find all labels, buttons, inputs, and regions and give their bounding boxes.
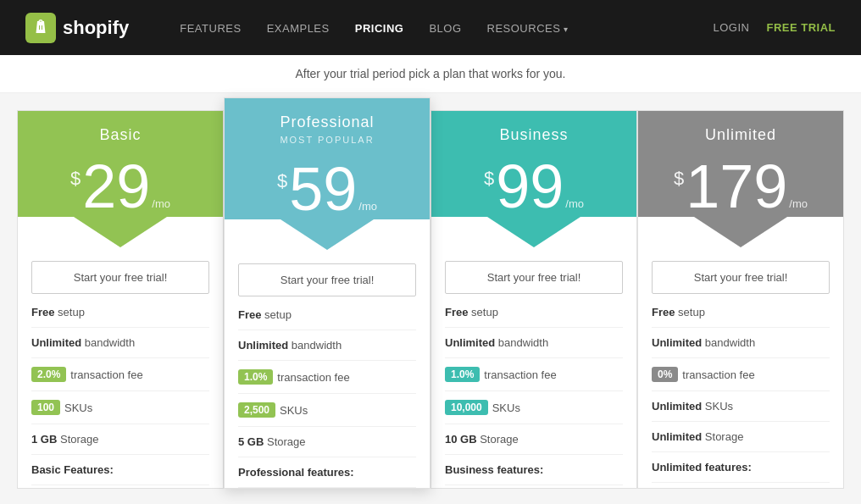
feature-basic-skus: 100 SKUs <box>31 391 209 424</box>
logo-icon <box>25 13 56 43</box>
nav-links: FEATURES EXAMPLES PRICING BLOG RESOURCES <box>180 20 568 36</box>
plan-unlimited: Unlimited $ 179 /mo Start your free tria… <box>637 110 844 489</box>
plan-business-per-mo: /mo <box>565 197 584 210</box>
plan-professional-dollar: $ <box>277 170 287 192</box>
plan-unlimited-dollar: $ <box>674 168 684 190</box>
feature-biz-bandwidth: Unlimited bandwidth <box>445 328 623 358</box>
plan-professional-per-mo: /mo <box>358 200 377 213</box>
pricing-section: Basic $ 29 /mo Start your free trial! Fr… <box>0 93 861 504</box>
plan-basic-price-area: $ 29 /mo <box>18 147 223 217</box>
plan-unlimited-chevron <box>638 217 843 247</box>
nav-features[interactable]: FEATURES <box>180 22 241 35</box>
feature-unl-skus: Unlimited SKUs <box>652 391 830 422</box>
plan-professional-trial-btn[interactable]: Start your free trial! <box>238 263 416 296</box>
feature-biz-setup: Free setup <box>445 297 623 328</box>
plan-business-chevron <box>431 217 636 247</box>
plan-basic-body: Start your free trial! Free setup Unlimi… <box>18 247 223 485</box>
plan-basic-features: Free setup Unlimited bandwidth 2.0% tran… <box>31 297 209 485</box>
plan-basic: Basic $ 29 /mo Start your free trial! Fr… <box>17 110 224 489</box>
plan-unlimited-trial-btn[interactable]: Start your free trial! <box>652 261 830 294</box>
feature-basic-bandwidth: Unlimited bandwidth <box>31 328 209 358</box>
logo-text: shopify <box>63 17 129 39</box>
feature-biz-section-label: Business features: <box>445 455 623 485</box>
plan-basic-per-mo: /mo <box>152 197 170 210</box>
feature-unl-setup: Free setup <box>652 297 830 328</box>
feature-unl-bandwidth: Unlimited bandwidth <box>652 328 830 358</box>
feature-unl-transaction: 0% transaction fee <box>652 358 830 391</box>
feature-pro-transaction: 1.0% transaction fee <box>238 361 416 394</box>
plan-basic-trial-btn[interactable]: Start your free trial! <box>31 261 209 294</box>
plan-basic-chevron <box>18 217 223 247</box>
plan-basic-header: Basic $ 29 /mo <box>18 111 223 217</box>
logo[interactable]: shopify <box>25 13 129 43</box>
nav-resources[interactable]: RESOURCES <box>487 22 569 35</box>
plan-business-trial-btn[interactable]: Start your free trial! <box>445 261 623 294</box>
login-link[interactable]: LOGIN <box>713 21 749 34</box>
plan-business-price: 99 <box>496 156 564 217</box>
nav-examples[interactable]: EXAMPLES <box>267 22 330 35</box>
nav-right: LOGIN FREE TRIAL <box>713 21 836 34</box>
plan-professional-popular: MOST POPULAR <box>225 135 430 145</box>
plan-business-header: Business $ 99 /mo <box>431 111 636 217</box>
feature-biz-storage: 10 GB Storage <box>445 424 623 455</box>
feature-pro-bandwidth: Unlimited bandwidth <box>238 330 416 361</box>
feature-basic-transaction: 2.0% transaction fee <box>31 358 209 391</box>
plan-unlimited-name: Unlimited <box>638 126 843 144</box>
plan-professional: Professional MOST POPULAR $ 59 /mo Start… <box>224 97 430 489</box>
plan-unlimited-price: 179 <box>686 156 787 217</box>
free-trial-link[interactable]: FREE TRIAL <box>766 21 836 34</box>
plan-business-body: Start your free trial! Free setup Unlimi… <box>431 247 636 485</box>
navbar: shopify FEATURES EXAMPLES PRICING BLOG R… <box>0 0 861 55</box>
plan-professional-header: Professional MOST POPULAR $ 59 /mo <box>225 98 430 219</box>
plan-business-dollar: $ <box>484 168 494 190</box>
plan-business-features: Free setup Unlimited bandwidth 1.0% tran… <box>445 297 623 485</box>
feature-biz-skus: 10,000 SKUs <box>445 391 623 424</box>
plan-professional-name: Professional <box>225 114 430 131</box>
plan-professional-chevron <box>225 219 430 250</box>
plan-professional-price: 59 <box>289 158 357 219</box>
feature-pro-section-label: Professional features: <box>238 457 416 488</box>
plan-unlimited-header: Unlimited $ 179 /mo <box>638 111 843 217</box>
plan-professional-features: Free setup Unlimited bandwidth 1.0% tran… <box>238 300 416 488</box>
feature-pro-setup: Free setup <box>238 300 416 330</box>
plan-unlimited-per-mo: /mo <box>789 197 808 210</box>
plan-unlimited-price-area: $ 179 /mo <box>638 147 843 217</box>
feature-pro-storage: 5 GB Storage <box>238 427 416 457</box>
feature-pro-skus: 2,500 SKUs <box>238 394 416 427</box>
feature-basic-section-label: Basic Features: <box>31 455 209 485</box>
subheader-text: After your trial period pick a plan that… <box>295 67 565 80</box>
plan-professional-body: Start your free trial! Free setup Unlimi… <box>225 250 430 488</box>
plan-unlimited-features: Free setup Unlimited bandwidth 0% transa… <box>652 297 830 483</box>
plan-professional-price-area: $ 59 /mo <box>225 150 430 219</box>
feature-basic-storage: 1 GB Storage <box>31 424 209 455</box>
plan-business: Business $ 99 /mo Start your free trial!… <box>430 110 637 489</box>
plan-business-name: Business <box>431 126 636 144</box>
plan-unlimited-body: Start your free trial! Free setup Unlimi… <box>638 247 843 483</box>
subheader: After your trial period pick a plan that… <box>0 55 861 93</box>
feature-basic-setup: Free setup <box>31 297 209 328</box>
plan-basic-name: Basic <box>18 126 223 144</box>
feature-unl-section-label: Unlimited features: <box>652 452 830 483</box>
feature-unl-storage: Unlimited Storage <box>652 422 830 452</box>
pricing-grid: Basic $ 29 /mo Start your free trial! Fr… <box>17 110 844 489</box>
plan-basic-dollar: $ <box>70 168 81 190</box>
nav-blog[interactable]: BLOG <box>429 22 461 35</box>
nav-pricing[interactable]: PRICING <box>355 22 404 35</box>
feature-biz-transaction: 1.0% transaction fee <box>445 358 623 391</box>
plan-basic-price: 29 <box>82 156 150 217</box>
plan-business-price-area: $ 99 /mo <box>431 147 636 217</box>
